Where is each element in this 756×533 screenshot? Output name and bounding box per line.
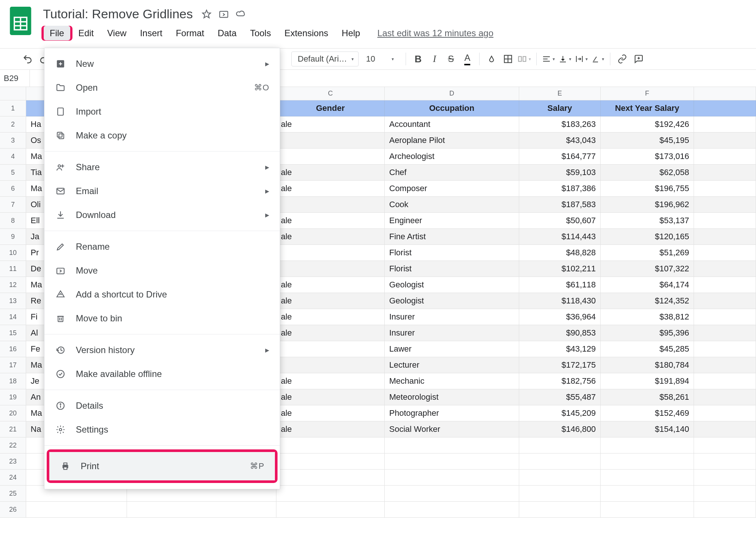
cell[interactable]: ale xyxy=(276,421,385,437)
col-header[interactable]: E xyxy=(519,87,601,100)
cell[interactable]: $61,118 xyxy=(519,277,601,293)
row-header[interactable]: 13 xyxy=(0,293,26,309)
cell[interactable] xyxy=(694,277,756,293)
cell[interactable]: $173,016 xyxy=(601,149,694,165)
cell[interactable]: ale xyxy=(276,293,385,309)
horizontal-align-button[interactable]: ▼ xyxy=(540,51,557,67)
menu-insert[interactable]: Insert xyxy=(133,25,169,41)
cell[interactable]: ale xyxy=(276,309,385,325)
file-menu-make-available-offline[interactable]: Make available offline xyxy=(44,362,280,386)
file-menu-new[interactable]: New▶ xyxy=(44,52,280,76)
cell[interactable]: $191,894 xyxy=(601,373,694,389)
cell[interactable] xyxy=(276,197,385,213)
cell[interactable] xyxy=(276,357,385,373)
cell[interactable]: Mechanic xyxy=(385,373,519,389)
cell[interactable]: ale xyxy=(276,181,385,197)
cell[interactable]: Fine Artist xyxy=(385,229,519,245)
cell[interactable] xyxy=(276,453,385,470)
cell[interactable]: $45,285 xyxy=(601,341,694,357)
cell[interactable]: Lecturer xyxy=(385,357,519,373)
menu-file[interactable]: File xyxy=(44,26,70,40)
cell[interactable]: ale xyxy=(276,277,385,293)
cell[interactable]: $38,812 xyxy=(601,309,694,325)
cell[interactable]: $172,175 xyxy=(519,357,601,373)
cell[interactable] xyxy=(694,165,756,181)
row-header[interactable]: 3 xyxy=(0,133,26,149)
text-rotation-button[interactable]: ▼ xyxy=(590,51,606,67)
cell[interactable]: $187,583 xyxy=(519,197,601,213)
row-header[interactable]: 24 xyxy=(0,470,26,486)
text-color-button[interactable]: A xyxy=(459,51,475,67)
cell[interactable] xyxy=(694,486,756,502)
cell[interactable] xyxy=(601,486,694,502)
file-menu-rename[interactable]: Rename xyxy=(44,235,280,259)
insert-comment-button[interactable] xyxy=(630,51,647,67)
cell[interactable] xyxy=(694,325,756,341)
cell[interactable]: ale xyxy=(276,229,385,245)
cell[interactable] xyxy=(385,453,519,470)
row-header[interactable]: 6 xyxy=(0,181,26,197)
cell[interactable] xyxy=(519,470,601,486)
cell[interactable] xyxy=(385,486,519,502)
file-menu-share[interactable]: Share▶ xyxy=(44,155,280,179)
cell[interactable]: Florist xyxy=(385,245,519,261)
cell[interactable] xyxy=(694,213,756,229)
col-header[interactable]: F xyxy=(601,87,694,100)
cell[interactable]: $145,209 xyxy=(519,405,601,421)
file-menu-import[interactable]: Import xyxy=(44,100,280,124)
file-menu-add-a-shortcut-to-drive[interactable]: Add a shortcut to Drive xyxy=(44,283,280,306)
cell[interactable] xyxy=(601,502,694,518)
fill-color-button[interactable] xyxy=(483,51,500,67)
cell[interactable]: $43,129 xyxy=(519,341,601,357)
cell[interactable] xyxy=(694,389,756,405)
row-header[interactable]: 11 xyxy=(0,261,26,277)
menu-format[interactable]: Format xyxy=(169,25,211,41)
row-header[interactable]: 18 xyxy=(0,373,26,389)
cell[interactable] xyxy=(26,502,127,518)
cell[interactable] xyxy=(276,502,385,518)
document-title[interactable]: Tutorial: Remove Gridlines xyxy=(43,7,193,21)
file-menu-email[interactable]: Email▶ xyxy=(44,179,280,203)
row-header[interactable]: 16 xyxy=(0,341,26,357)
menu-tools[interactable]: Tools xyxy=(243,25,278,41)
menu-data[interactable]: Data xyxy=(211,25,244,41)
cell[interactable] xyxy=(694,133,756,149)
move-to-folder-icon[interactable] xyxy=(219,9,229,19)
row-header[interactable]: 26 xyxy=(0,502,26,518)
file-menu-open[interactable]: Open⌘O xyxy=(44,76,280,100)
last-edit-link[interactable]: Last edit was 12 minutes ago xyxy=(377,28,493,38)
cell[interactable] xyxy=(276,486,385,502)
cell[interactable]: $192,426 xyxy=(601,116,694,133)
cell[interactable] xyxy=(694,197,756,213)
cell[interactable] xyxy=(127,502,276,518)
file-menu-make-a-copy[interactable]: Make a copy xyxy=(44,124,280,147)
strikethrough-button[interactable]: S xyxy=(443,51,459,67)
cell[interactable]: $124,352 xyxy=(601,293,694,309)
font-size-select[interactable]: 10 ▼ xyxy=(366,54,394,64)
file-menu-print[interactable]: Print⌘P xyxy=(49,452,275,480)
cell[interactable] xyxy=(694,116,756,133)
cell[interactable]: $118,430 xyxy=(519,293,601,309)
cell[interactable] xyxy=(276,341,385,357)
cell[interactable] xyxy=(694,261,756,277)
cell[interactable] xyxy=(519,453,601,470)
cell[interactable]: Accountant xyxy=(385,116,519,133)
cell[interactable]: $180,784 xyxy=(601,357,694,373)
cell[interactable]: $90,853 xyxy=(519,325,601,341)
cell[interactable]: $43,043 xyxy=(519,133,601,149)
col-header[interactable] xyxy=(694,87,756,100)
row-header[interactable]: 8 xyxy=(0,213,26,229)
cell[interactable] xyxy=(519,486,601,502)
cell[interactable]: $58,261 xyxy=(601,389,694,405)
col-header[interactable]: C xyxy=(276,87,385,100)
cell[interactable]: $114,443 xyxy=(519,229,601,245)
row-header[interactable]: 19 xyxy=(0,389,26,405)
row-header[interactable]: 25 xyxy=(0,486,26,502)
cell[interactable]: Aeroplane Pilot xyxy=(385,133,519,149)
cell[interactable]: $196,755 xyxy=(601,181,694,197)
cell[interactable]: Composer xyxy=(385,181,519,197)
row-header[interactable]: 7 xyxy=(0,197,26,213)
cell[interactable] xyxy=(385,470,519,486)
insert-link-button[interactable] xyxy=(614,51,630,67)
cell[interactable] xyxy=(694,373,756,389)
